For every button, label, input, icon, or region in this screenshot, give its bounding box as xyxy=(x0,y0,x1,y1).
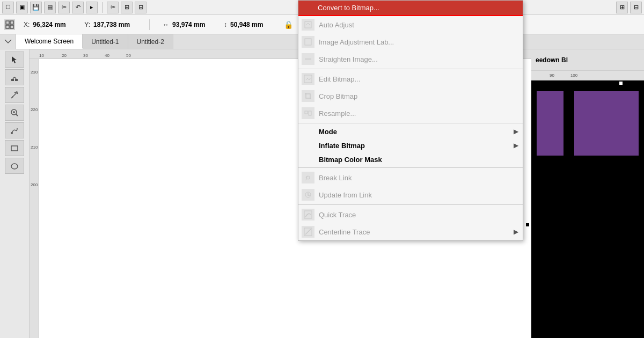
update-from-link-icon xyxy=(302,189,314,201)
toolbar-btn-right[interactable]: ⊞ xyxy=(616,2,628,13)
svg-rect-18 xyxy=(309,111,311,115)
y-value: 187,738 mm xyxy=(93,21,136,28)
svg-rect-17 xyxy=(305,111,308,114)
svg-rect-3 xyxy=(10,25,13,28)
tools-panel xyxy=(0,49,30,338)
ruler-mark-200: 200 xyxy=(31,182,38,187)
toolbar-btn-4[interactable]: ▤ xyxy=(44,2,56,13)
menu-item-resample[interactable]: Resample... xyxy=(298,105,523,122)
y-label: Y: xyxy=(84,21,90,28)
svg-rect-2 xyxy=(6,25,9,28)
transform-tool-btn[interactable] xyxy=(5,87,24,103)
right-ruler: 90 100 xyxy=(531,71,644,80)
menu-item-edit-bitmap[interactable]: Edit Bitmap... xyxy=(298,70,523,87)
tab-welcome-screen[interactable]: Welcome Screen xyxy=(16,34,83,49)
menu-item-crop-bitmap[interactable]: Crop Bitmap xyxy=(298,87,523,105)
menu-item-straighten-image[interactable]: Straighten Image... xyxy=(298,50,523,68)
toolbar-btn-9[interactable]: ⊞ xyxy=(121,2,133,13)
preview-purple-block-4 xyxy=(606,123,628,156)
w-coord-group: ↔ 93,974 mm xyxy=(163,21,215,28)
menu-label-quick-trace: Quick Trace xyxy=(319,211,518,219)
ruler-mark-230: 230 xyxy=(31,70,38,75)
ruler-mark-210: 210 xyxy=(31,145,38,150)
toolbar-btn-5[interactable]: ✂ xyxy=(58,2,70,13)
left-ruler: 230 220 210 200 xyxy=(30,59,39,338)
preview-purple-block-1 xyxy=(537,91,564,156)
svg-point-19 xyxy=(306,176,310,179)
menu-item-mode[interactable]: Mode ▶ xyxy=(298,124,523,138)
centerline-trace-icon xyxy=(302,226,314,238)
toolbar-btn-10[interactable]: ⊟ xyxy=(135,2,147,13)
toolbar-btn-right2[interactable]: ⊟ xyxy=(630,2,642,13)
break-link-icon xyxy=(302,172,314,183)
menu-divider-1 xyxy=(298,69,523,69)
lock-icon[interactable]: 🔒 xyxy=(284,20,293,29)
menu-label-mode: Mode xyxy=(319,128,509,136)
menu-label-centerline-trace: Centerline Trace xyxy=(319,228,509,236)
svg-line-8 xyxy=(16,114,18,116)
menu-label-break-link: Break Link xyxy=(319,174,518,182)
ruler-tick-20: 20 xyxy=(62,53,83,58)
toolbar-btn-6[interactable]: ↶ xyxy=(72,2,84,13)
tab-untitled-2[interactable]: Untitled-2 xyxy=(128,34,173,49)
menu-label-image-adjustment-lab: Image Adjustment Lab... xyxy=(319,38,518,46)
menu-item-inflate-bitmap[interactable]: Inflate Bitmap ▶ xyxy=(298,138,523,152)
menu-label-convert-to-bitmap: Convert to Bitmap... xyxy=(318,4,518,12)
menu-label-update-from-link: Update from Link xyxy=(319,191,518,199)
menu-label-edit-bitmap: Edit Bitmap... xyxy=(319,75,518,83)
toolbar-btn-2[interactable]: ▣ xyxy=(16,2,28,13)
centerline-trace-submenu-arrow: ▶ xyxy=(514,228,518,236)
context-menu[interactable]: Convert to Bitmap... Auto Adjust Image A… xyxy=(298,0,523,241)
toolbar-btn-7[interactable]: ▸ xyxy=(86,2,98,13)
crop-bitmap-icon xyxy=(302,90,314,102)
w-value: 93,974 mm xyxy=(172,21,215,28)
menu-divider-2 xyxy=(298,123,523,123)
straighten-image-icon xyxy=(302,53,314,65)
rectangle-tool-btn[interactable] xyxy=(5,140,24,156)
preview-purple-block-3 xyxy=(606,91,639,118)
toolbar-btn-3[interactable]: 💾 xyxy=(30,2,42,13)
tab-tool-col xyxy=(0,34,16,49)
menu-label-bitmap-color-mask: Bitmap Color Mask xyxy=(319,156,518,164)
preview-white-dot xyxy=(619,82,623,85)
svg-rect-12 xyxy=(11,146,18,151)
h-value: 50,948 mm xyxy=(230,21,273,28)
menu-label-resample: Resample... xyxy=(319,109,518,117)
svg-rect-1 xyxy=(10,21,13,24)
menu-item-bitmap-color-mask[interactable]: Bitmap Color Mask xyxy=(298,152,523,166)
menu-label-auto-adjust: Auto Adjust xyxy=(319,21,518,29)
tab-untitled-1[interactable]: Untitled-1 xyxy=(83,34,128,49)
ruler-tick-90: 90 xyxy=(550,73,554,78)
menu-item-quick-trace[interactable]: Quick Trace xyxy=(298,206,523,223)
menu-item-update-from-link[interactable]: Update from Link xyxy=(298,186,523,203)
menu-item-auto-adjust[interactable]: Auto Adjust xyxy=(298,16,523,33)
toolbar-btn-8[interactable]: ✂ xyxy=(107,2,119,13)
svg-rect-15 xyxy=(305,39,311,45)
zoom-tool-btn[interactable] xyxy=(5,105,24,121)
image-preview xyxy=(531,80,644,338)
ellipse-tool-btn[interactable] xyxy=(5,158,24,174)
selection-handle xyxy=(526,223,529,226)
toolbar-btn-1[interactable]: ☐ xyxy=(2,2,14,13)
svg-point-13 xyxy=(11,164,18,169)
y-coord-group: Y: 187,738 mm xyxy=(84,21,136,28)
ruler-tick-10: 10 xyxy=(39,53,62,58)
menu-item-break-link[interactable]: Break Link xyxy=(298,169,523,186)
ruler-tick-100: 100 xyxy=(570,73,577,78)
menu-label-inflate-bitmap: Inflate Bitmap xyxy=(319,142,509,150)
resample-icon xyxy=(302,107,314,119)
image-adjustment-lab-icon xyxy=(302,36,314,48)
menu-item-convert-to-bitmap[interactable]: Convert to Bitmap... xyxy=(298,1,523,16)
freehand-tool-btn[interactable] xyxy=(5,122,24,138)
select-tool-btn[interactable] xyxy=(5,52,24,68)
menu-item-centerline-trace[interactable]: Centerline Trace ▶ xyxy=(298,223,523,240)
menu-label-straighten-image: Straighten Image... xyxy=(319,55,518,63)
menu-divider-4 xyxy=(298,204,523,205)
node-tool-btn[interactable] xyxy=(5,69,24,85)
x-label: X: xyxy=(24,21,30,28)
svg-point-11 xyxy=(11,132,13,134)
x-coord-group: X: 96,324 mm xyxy=(24,21,76,28)
right-panel: eedown Bl 90 100 xyxy=(531,49,644,338)
menu-item-image-adjustment-lab[interactable]: Image Adjustment Lab... xyxy=(298,33,523,50)
menu-label-crop-bitmap: Crop Bitmap xyxy=(319,92,518,100)
